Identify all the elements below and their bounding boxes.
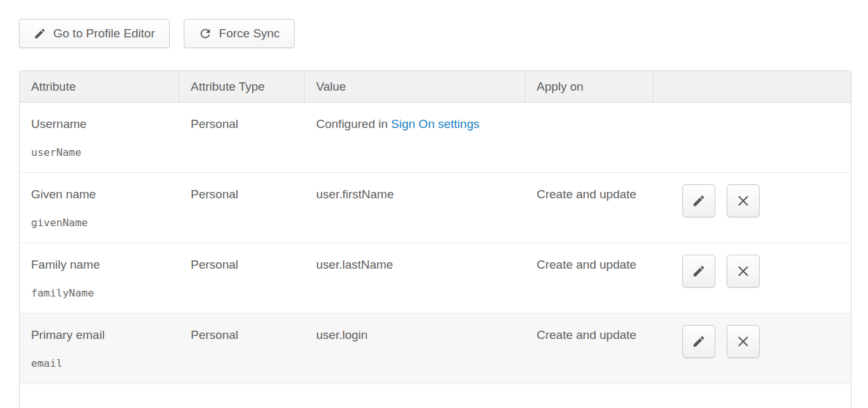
force-sync-button[interactable]: Force Sync	[184, 19, 295, 48]
value-cell: user.firstName	[305, 173, 525, 243]
sign-on-settings-link[interactable]: Sign On settings	[391, 117, 479, 131]
value-text: user.login	[316, 328, 367, 341]
header-value: Value	[305, 71, 525, 102]
table-row: Primary email email Personal user.login …	[20, 314, 851, 384]
pencil-icon	[692, 335, 706, 348]
attribute-type-cell: Personal	[179, 314, 305, 383]
attribute-variable-name: email	[31, 357, 170, 369]
attribute-mappings-page: Go to Profile Editor Force Sync Attribut…	[0, 0, 868, 408]
header-attribute-type: Attribute Type	[179, 71, 305, 102]
pencil-icon	[692, 194, 706, 208]
remove-attribute-button[interactable]	[727, 255, 760, 288]
value-cell: Configured in Sign On settings	[305, 103, 525, 172]
attribute-cell: Family name familyName	[20, 243, 179, 313]
remove-attribute-button[interactable]	[727, 184, 760, 217]
attribute-cell: Given name givenName	[20, 173, 179, 243]
go-to-profile-editor-label: Go to Profile Editor	[53, 27, 155, 41]
header-apply-on: Apply on	[525, 71, 653, 102]
close-icon	[736, 334, 751, 349]
table-row: Given name givenName Personal user.first…	[20, 173, 851, 243]
pencil-icon	[34, 27, 46, 40]
value-cell: user.login	[305, 314, 525, 383]
actions-cell	[653, 103, 851, 172]
value-text: Configured in	[316, 117, 391, 131]
refresh-icon	[198, 27, 212, 41]
attribute-type-cell: Personal	[179, 103, 305, 172]
attribute-display-name: Primary email	[31, 328, 170, 342]
attribute-variable-name: userName	[31, 146, 170, 158]
attribute-variable-name: givenName	[31, 217, 170, 229]
table-header-row: Attribute Attribute Type Value Apply on	[20, 71, 851, 103]
toolbar: Go to Profile Editor Force Sync	[19, 19, 849, 48]
remove-attribute-button[interactable]	[727, 325, 760, 358]
edit-attribute-button[interactable]	[682, 325, 715, 358]
force-sync-label: Force Sync	[219, 27, 280, 41]
table-row: Family name familyName Personal user.las…	[20, 243, 851, 314]
attribute-type-cell: Personal	[179, 173, 305, 243]
actions-cell	[653, 314, 851, 383]
attribute-variable-name: familyName	[31, 287, 170, 299]
apply-on-cell: Create and update	[525, 243, 653, 313]
table-body: Username userName Personal Configured in…	[20, 103, 851, 384]
close-icon	[736, 193, 751, 208]
edit-attribute-button[interactable]	[682, 255, 715, 288]
pencil-icon	[692, 264, 706, 278]
attribute-cell: Username userName	[20, 103, 179, 172]
attribute-display-name: Username	[31, 117, 170, 131]
actions-cell	[653, 173, 851, 243]
attribute-display-name: Given name	[31, 188, 170, 201]
value-text: user.lastName	[316, 258, 393, 271]
attribute-mapping-table: Attribute Attribute Type Value Apply on …	[19, 70, 852, 408]
value-cell: user.lastName	[305, 243, 525, 313]
actions-cell	[653, 243, 851, 313]
header-attribute: Attribute	[20, 71, 179, 102]
close-icon	[736, 264, 751, 279]
attribute-cell: Primary email email	[20, 314, 179, 383]
go-to-profile-editor-button[interactable]: Go to Profile Editor	[19, 19, 170, 48]
edit-attribute-button[interactable]	[682, 184, 715, 217]
apply-on-cell	[525, 103, 653, 172]
value-text: user.firstName	[316, 188, 393, 201]
attribute-type-cell: Personal	[179, 243, 305, 313]
apply-on-cell: Create and update	[525, 173, 653, 243]
table-row: Username userName Personal Configured in…	[20, 103, 851, 173]
attribute-display-name: Family name	[31, 258, 170, 272]
header-actions	[653, 71, 851, 102]
apply-on-cell: Create and update	[525, 314, 653, 383]
